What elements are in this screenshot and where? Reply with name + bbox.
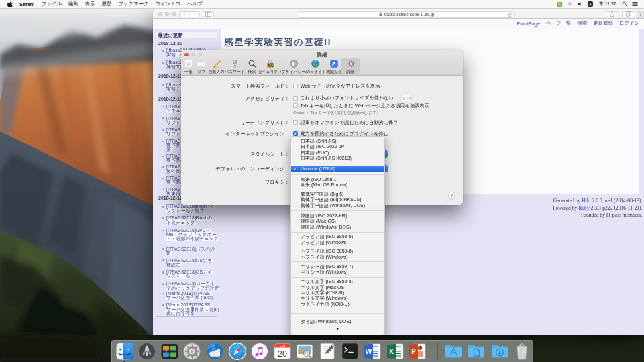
dock-textedit-icon[interactable] — [318, 342, 337, 361]
menu-history[interactable]: 履歴 — [98, 1, 115, 7]
menu-item[interactable]: ウクライナ語 (KOI8-U) — [291, 302, 385, 307]
status-app-icon[interactable] — [555, 2, 565, 7]
dock-system-preferences-icon[interactable] — [182, 342, 201, 361]
nav-search[interactable]: 検索 — [577, 20, 587, 27]
menu-item[interactable]: 日本語 (ISO 2022-JP) — [291, 144, 385, 149]
font-size-select[interactable]: 9▼ — [400, 95, 412, 101]
back-button[interactable]: ‹ — [180, 11, 189, 17]
dock-finder-icon[interactable] — [115, 342, 134, 361]
ruby-link[interactable]: Ruby — [578, 205, 589, 211]
menu-item[interactable]: 繁体字中国語 (Big 5) — [291, 192, 385, 197]
sidebar-link[interactable]: [ITPASS2018]ローカルでのバックアップの設定 — [166, 282, 217, 290]
dock-powerpoint-icon[interactable]: P — [408, 342, 427, 361]
wifi-icon[interactable] — [565, 2, 576, 7]
menu-item[interactable]: 繁体字中国語 (Big 5 HKSCS) — [291, 197, 385, 202]
spotlight-icon[interactable] — [620, 1, 630, 7]
menu-item[interactable]: キリル文字 (Mac OS) — [291, 285, 385, 290]
notification-center-icon[interactable] — [630, 1, 644, 7]
dock-launchpad-icon[interactable] — [138, 342, 156, 361]
tab-overview-button[interactable] — [622, 11, 635, 18]
dock-itunes-icon[interactable] — [250, 342, 269, 361]
nav-update-history[interactable]: 更新履歴 — [593, 20, 613, 27]
sidebar-link[interactable]: [ITPASS2018]バスの設定 — [166, 247, 217, 255]
sidebar-link[interactable]: [ITPASS2018]OSのインストール — [166, 270, 217, 278]
sidebar-link[interactable]: [ITPASS2018]OSの各種設定 — [166, 259, 217, 267]
dock-terminal-icon[interactable] — [341, 342, 360, 361]
nav-page-list[interactable]: ページ一覧 — [546, 20, 571, 27]
menu-edit[interactable]: 編集 — [65, 1, 82, 7]
sidebar-date: 2018-12-17 — [158, 196, 182, 200]
dock-thunderbird-icon[interactable] — [205, 342, 224, 361]
menu-item[interactable]: キリル文字 (Windows) — [291, 296, 385, 301]
min-font-size-checkbox[interactable] — [293, 96, 298, 101]
menu-file[interactable]: ファイル — [38, 1, 65, 7]
dock-mission-control-icon[interactable] — [160, 342, 179, 361]
input-source-icon[interactable] — [586, 1, 596, 7]
dock-downloads-folder-icon[interactable] — [490, 342, 509, 361]
menu-view[interactable]: 表示 — [82, 1, 99, 7]
tab-advanced[interactable]: 詳細 — [335, 59, 366, 74]
menu-item[interactable]: 日本語 (Shift JIS) — [291, 139, 385, 144]
menu-item[interactable]: 日本語 (Shift JIS X0213) — [291, 156, 385, 161]
menu-item[interactable]: キリル文字 (ISO 8859-5) — [291, 279, 385, 284]
hiki-link[interactable]: Hiki — [582, 198, 591, 204]
menu-item[interactable]: ギリシャ語 (Windows) — [291, 269, 385, 275]
dock-safari-icon[interactable] — [228, 342, 247, 361]
volume-icon[interactable] — [576, 1, 586, 7]
help-button[interactable]: ? — [448, 192, 455, 199]
sidebar-link[interactable]: [ITPASS2018]CPU・MB・グラフィックボード・電源の不良チェック — [166, 229, 217, 241]
plugins-checkbox[interactable]: ✓ — [293, 131, 298, 136]
menu-item[interactable]: 韓国語 (ISO 2022-KR) — [291, 213, 385, 219]
menu-item-selected[interactable]: ✓Unicode (UTF-8) — [291, 166, 385, 172]
smart-search-checkbox[interactable] — [293, 84, 298, 88]
dock-excel-icon[interactable]: X — [386, 342, 405, 361]
reading-list-checkbox[interactable] — [293, 120, 298, 125]
menu-item[interactable]: 韓国語 (Mac OS) — [291, 219, 385, 224]
menu-item[interactable]: 欧米 (ISO Latin 1) — [291, 177, 385, 182]
new-tab-button[interactable]: + — [637, 11, 644, 19]
menu-item[interactable]: 繁体字中国語 (Windows, DOS) — [291, 203, 385, 208]
dock-preview-icon[interactable] — [295, 342, 314, 361]
menu-item[interactable]: アラビア語 (Windows) — [291, 240, 385, 245]
sidebar-link[interactable]: [Memo2018][ITPASS]サーバ交換作業 (tako) — [166, 292, 217, 300]
menu-item[interactable]: タイ語 (Windows, DOS) — [291, 319, 385, 324]
menu-separator — [291, 247, 385, 247]
nav-login[interactable]: ログイン — [619, 20, 639, 27]
dock-trash-icon[interactable] — [513, 342, 531, 361]
tab-highlight-checkbox[interactable] — [293, 103, 298, 108]
menu-separator — [291, 210, 385, 211]
sidebar-link[interactable]: [ITPASS2018]bindのインストールと設定 — [166, 204, 217, 213]
window-zoom-button[interactable] — [172, 12, 176, 16]
accessibility-label: アクセシビリティ： — [245, 95, 289, 101]
window-minimize-button[interactable] — [165, 12, 169, 16]
dock-word-icon[interactable]: W — [363, 342, 382, 361]
menu-item[interactable]: ギリシャ語 (ISO 8859-7) — [291, 264, 385, 269]
menu-item[interactable]: 欧米 (Mac OS Roman) — [291, 182, 385, 188]
forward-button[interactable]: › — [189, 11, 199, 17]
menu-safari[interactable]: Safari — [15, 1, 38, 7]
menu-item[interactable]: ヘブライ語 (Windows) — [291, 255, 385, 260]
back-forward-buttons[interactable]: ‹ › — [179, 11, 200, 18]
menu-item[interactable]: 韓国語 (Windows, DOS) — [291, 225, 385, 230]
nav-frontpage[interactable]: FrontPage — [517, 21, 541, 27]
address-bar[interactable]: itpass.scitec.kobe-u.ac.jp ⟳ — [299, 11, 515, 19]
share-button[interactable] — [606, 11, 619, 18]
menu-help[interactable]: ヘルプ — [184, 1, 206, 7]
window-close-button[interactable] — [158, 12, 162, 16]
menu-item[interactable]: ヘブライ語 (ISO 8859-8) — [291, 249, 385, 254]
menu-separator — [291, 164, 385, 164]
dock-documents-folder-icon[interactable] — [467, 342, 486, 361]
menu-item[interactable]: アラビア語 (ISO 8859-6) — [291, 234, 385, 239]
apple-menu-icon[interactable] — [0, 1, 15, 7]
dock-calendar-icon[interactable]: 12月20 — [273, 342, 292, 361]
sidebar-toggle-button[interactable] — [203, 11, 214, 18]
menu-bar-clock[interactable]: 木 11:37 — [596, 1, 620, 7]
reload-icon[interactable]: ⟳ — [508, 13, 512, 18]
menu-item[interactable]: 日本語 (EUC) — [291, 150, 385, 156]
sidebar-link[interactable]: [ITPASS2018]RAM の不良チェック — [166, 216, 217, 224]
menu-scroll-down-indicator[interactable]: ▼ — [291, 325, 385, 334]
menu-bookmarks[interactable]: ブックマーク — [115, 1, 152, 7]
sidebar-link[interactable]: [Memo2018][ITPASS]サーバ交換事作業 1 週間後に行う作業 — [166, 303, 217, 316]
menu-window[interactable]: ウインドウ — [152, 1, 184, 7]
dock-applications-folder-icon[interactable] — [444, 342, 463, 361]
